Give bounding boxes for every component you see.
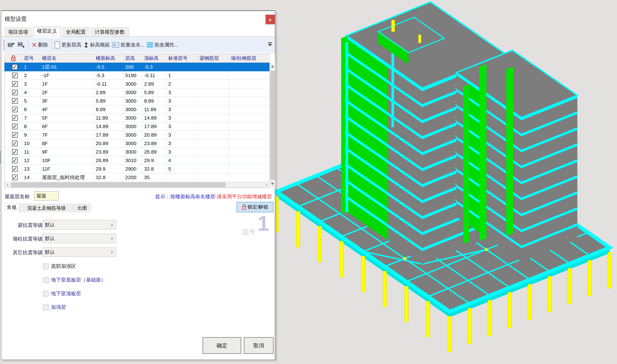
- delete-floor-button[interactable]: ✕ 删除: [31, 41, 48, 48]
- row-checkbox[interactable]: ✓: [12, 132, 18, 138]
- tab-global-config[interactable]: 全局配置: [63, 27, 89, 37]
- scroll-left-icon[interactable]: ‹: [4, 182, 11, 188]
- toolbar-separator: [51, 40, 51, 50]
- beam-seismic-label: 梁抗震等级: [6, 222, 43, 229]
- vertical-scrollbar[interactable]: [270, 63, 275, 188]
- table-row[interactable]: ✓ 2-1F -5.35190 -0.111: [4, 71, 270, 80]
- scroll-up-icon[interactable]: [270, 63, 275, 70]
- lock-column-header[interactable]: [4, 54, 22, 63]
- tab-calc-model-params[interactable]: 计算模型参数: [91, 27, 129, 37]
- row-checkbox[interactable]: ✓: [12, 115, 18, 121]
- checkbox[interactable]: [43, 277, 49, 283]
- roof-name-label: 屋面层名称: [5, 193, 30, 200]
- col-top-elev[interactable]: 顶标高: [142, 54, 167, 63]
- option-basement-top-slab[interactable]: 地下室顶板层: [43, 290, 81, 297]
- row-checkbox[interactable]: ✓: [12, 158, 18, 163]
- table-row[interactable]: ✓ 119F 23.893000 26.893: [4, 148, 270, 156]
- toolbar-overflow-button[interactable]: [268, 42, 272, 47]
- col-floor-height[interactable]: 层高: [124, 54, 142, 63]
- horizontal-scrollbar[interactable]: ‹ ›: [4, 182, 270, 188]
- tab-project-options[interactable]: 项目选项: [5, 27, 31, 37]
- checkbox[interactable]: [43, 305, 49, 310]
- insert-floor-above-icon[interactable]: [8, 42, 15, 48]
- wallcol-seismic-select[interactable]: 默认 ∨: [42, 234, 116, 243]
- table-row[interactable]: ✓ 14屋面层_临时待处理 32.82200 35: [4, 173, 270, 182]
- col-floor-name[interactable]: 楼层名: [40, 54, 94, 63]
- chevron-down-icon: ∨: [110, 247, 114, 257]
- row-checkbox[interactable]: ✓: [12, 175, 18, 180]
- col-wall-col-rebar[interactable]: 墙/柱钢筋层: [229, 54, 270, 63]
- table-row[interactable]: ✓ 86F 14.893000 17.893: [4, 122, 270, 131]
- floor-number-watermark: 层号 1: [242, 213, 275, 242]
- hint-red-text: -请采用平台功能增减楼层: [215, 194, 272, 199]
- scroll-right-icon[interactable]: ›: [264, 182, 270, 188]
- option-basement-bottom-slab[interactable]: 地下室底板层（基础面）: [43, 276, 106, 283]
- cancel-button[interactable]: 取消: [244, 337, 273, 354]
- lock-icon: [242, 204, 246, 210]
- floor-toolbar: ✕ 删除 更新层高 ↥ 标高顺延 批量改名... 批改属性...: [2, 38, 274, 52]
- other-seismic-select[interactable]: 默认 ∨: [42, 247, 116, 257]
- wallcol-seismic-label: 墙柱抗震等级: [6, 235, 43, 242]
- delete-x-icon: ✕: [31, 42, 37, 48]
- option-bottom-strengthen[interactable]: 底部加强区: [43, 263, 76, 270]
- screen: 模型设置 x 项目选项 楼层定义 全局配置 计算模型参数 ✕ 删除 更: [0, 0, 617, 364]
- model-settings-dialog: 模型设置 x 项目选项 楼层定义 全局配置 计算模型参数 ✕ 删除 更: [1, 10, 275, 360]
- table-row[interactable]: ✓ 11层-01 -5.5200 -5.3: [4, 63, 270, 71]
- table-row[interactable]: ✓ 1311F 29.92900 32.85: [4, 165, 270, 173]
- col-std-floor-no[interactable]: 标准层号: [167, 54, 198, 63]
- table-row[interactable]: ✓ 64F 8.893000 11.893: [4, 105, 270, 114]
- batch-properties-button[interactable]: 批改属性...: [147, 41, 179, 48]
- row-checkbox[interactable]: ✓: [12, 64, 18, 70]
- chevron-down-icon: ∨: [110, 220, 114, 229]
- subtab-general[interactable]: 常规: [4, 203, 19, 213]
- row-checkbox[interactable]: ✓: [12, 98, 18, 104]
- table-row[interactable]: ✓ 53F 5.893000 8.893: [4, 97, 270, 105]
- option-strengthen-floor[interactable]: 加强层: [43, 304, 66, 311]
- toolbar-separator: [28, 40, 28, 50]
- dialog-title: 模型设置: [5, 15, 27, 23]
- beam-seismic-select[interactable]: 默认 ∨: [42, 220, 116, 230]
- table-row[interactable]: ✓ 42F 2.893000 5.893: [4, 88, 270, 97]
- table-row[interactable]: ✓ 1210F 26.893010 29.94: [4, 156, 270, 165]
- model-3d-view[interactable]: [275, 0, 617, 364]
- document-icon: [54, 41, 60, 49]
- row-checkbox[interactable]: ✓: [12, 141, 18, 146]
- col-floor-no[interactable]: 层号: [22, 54, 40, 63]
- row-checkbox[interactable]: ✓: [12, 166, 18, 172]
- close-icon[interactable]: x: [266, 15, 275, 24]
- row-checkbox[interactable]: ✓: [12, 90, 18, 95]
- horizontal-scroll-thumb[interactable]: [11, 182, 226, 187]
- ok-button[interactable]: 确定: [203, 337, 241, 354]
- table-row[interactable]: ✓ 97F 17.893000 20.893: [4, 131, 270, 139]
- lock-unlock-button[interactable]: 锁定/解锁: [237, 202, 273, 212]
- tab-floor-definition[interactable]: 楼层定义: [33, 26, 61, 37]
- row-checkbox[interactable]: ✓: [12, 124, 18, 129]
- floor-table: 层号 楼层名 楼面标高 层高 顶标高 标准层号 梁钢筋层 墙/柱钢筋层 ✓ 11…: [4, 54, 275, 188]
- col-floor-elev[interactable]: 楼面标高: [94, 54, 124, 63]
- row-checkbox[interactable]: ✓: [12, 149, 18, 155]
- scroll-down-icon[interactable]: [270, 180, 275, 188]
- insert-floor-below-icon[interactable]: [17, 42, 25, 48]
- table-header: 层号 楼层名 楼面标高 层高 顶标高 标准层号 梁钢筋层 墙/柱钢筋层: [4, 54, 270, 63]
- table-row[interactable]: ✓ 31F -0.113000 2.892: [4, 80, 270, 88]
- col-beam-rebar[interactable]: 梁钢筋层: [198, 54, 229, 63]
- table-row[interactable]: ✓ 108F 20.893000 23.893: [4, 139, 270, 148]
- dialog-titlebar[interactable]: 模型设置 x: [1, 11, 275, 27]
- update-floor-height-button[interactable]: 更新层高: [54, 41, 81, 49]
- chevron-down-icon: ∨: [110, 234, 114, 243]
- row-checkbox[interactable]: ✓: [12, 81, 18, 87]
- batch-rename-button[interactable]: 批量改名...: [112, 41, 145, 48]
- checkbox[interactable]: [43, 263, 49, 269]
- elevation-extend-button[interactable]: ↥ 标高顺延: [83, 41, 110, 48]
- row-checkbox[interactable]: ✓: [12, 73, 18, 78]
- vertical-scroll-thumb[interactable]: [270, 71, 275, 180]
- toolbar-grip-icon: [4, 40, 4, 50]
- row-checkbox[interactable]: ✓: [12, 107, 18, 112]
- table-row[interactable]: ✓ 75F 11.893000 14.893: [4, 114, 270, 122]
- roof-name-input[interactable]: 屋面: [34, 191, 59, 201]
- subtab-drawing[interactable]: 出图: [74, 204, 91, 212]
- subtab-concrete-rebar-grade[interactable]: 混凝土及钢筋等级: [20, 204, 73, 212]
- rename-icon: [112, 42, 119, 48]
- checkbox[interactable]: [43, 291, 49, 297]
- list-icon: [147, 41, 153, 48]
